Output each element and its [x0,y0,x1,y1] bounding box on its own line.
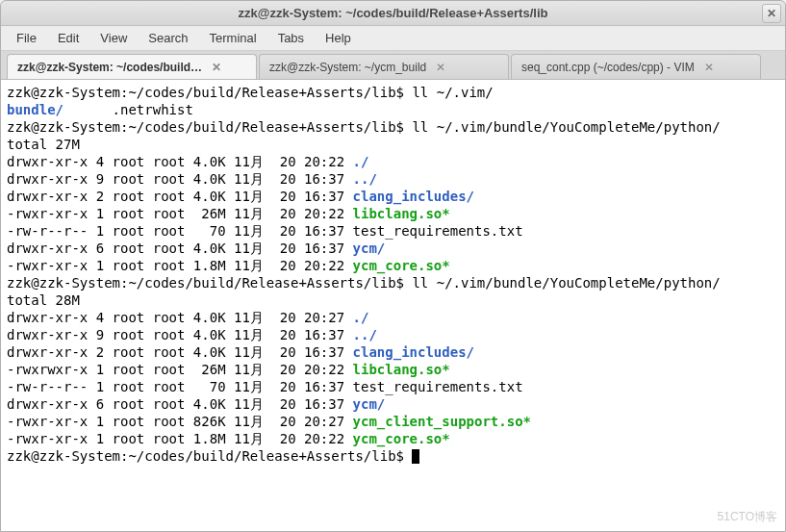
ls-row: drwxr-xr-x 9 root root 4.0K 11月 20 16:37… [7,326,779,343]
ls-row: drwxr-xr-x 6 root root 4.0K 11月 20 16:37… [7,240,779,257]
terminal-line: zzk@zzk-System:~/codes/build/Release+Ass… [7,274,779,291]
tab-3[interactable]: seq_cont.cpp (~/codes/cpp) - VIM ✕ [511,54,761,79]
tab-2[interactable]: zzk@zzk-System: ~/ycm_build ✕ [259,54,509,79]
terminal-output[interactable]: zzk@zzk-System:~/codes/build/Release+Ass… [1,80,785,531]
menu-search[interactable]: Search [139,28,197,48]
close-icon: ✕ [767,7,776,20]
menu-file[interactable]: File [7,28,46,48]
close-icon[interactable]: ✕ [210,61,223,74]
close-icon[interactable]: ✕ [434,61,447,74]
watermark: 51CTO博客 [718,508,777,525]
ls-row: drwxr-xr-x 2 root root 4.0K 11月 20 16:37… [7,343,779,361]
ls-row: -rwxr-xr-x 1 root root 1.8M 11月 20 20:22… [7,257,779,274]
executable-name: ycm_core.so* [353,258,450,273]
ls-row: -rw-r--r-- 1 root root 70 11月 20 16:37 t… [7,378,779,395]
titlebar: zzk@zzk-System: ~/codes/build/Release+As… [1,1,785,26]
menu-terminal[interactable]: Terminal [200,28,266,48]
file-name: test_requirements.txt [353,223,523,239]
ls-row: drwxr-xr-x 9 root root 4.0K 11月 20 16:37… [7,170,779,188]
terminal-line: total 28M [7,291,779,309]
tabbar: zzk@zzk-System: ~/codes/build… ✕ zzk@zzk… [1,51,785,80]
dir-name: bundle/ [7,102,63,117]
ls-row: -rwxrwxr-x 1 root root 26M 11月 20 20:22 … [7,361,779,378]
ls-row: drwxr-xr-x 2 root root 4.0K 11月 20 16:37… [7,188,779,205]
file-name: test_requirements.txt [353,379,523,394]
tab-title: zzk@zzk-System: ~/codes/build… [17,61,202,74]
dir-name: clang_includes/ [353,344,474,360]
dir-name: clang_includes/ [353,189,474,204]
ls-row: -rwxr-xr-x 1 root root 26M 11月 20 20:22 … [7,205,779,222]
dir-name: ./ [353,154,369,169]
ls-row: drwxr-xr-x 4 root root 4.0K 11月 20 20:27… [7,309,779,326]
terminal-line: zzk@zzk-System:~/codes/build/Release+Ass… [7,84,779,101]
terminal-line: zzk@zzk-System:~/codes/build/Release+Ass… [7,118,779,136]
dir-name: ./ [353,310,369,325]
ls-row: -rwxr-xr-x 1 root root 826K 11月 20 20:27… [7,413,779,430]
close-button[interactable]: ✕ [762,4,781,23]
terminal-window: zzk@zzk-System: ~/codes/build/Release+As… [0,0,786,532]
menu-edit[interactable]: Edit [48,28,89,48]
terminal-line: total 27M [7,136,779,153]
dir-name: ../ [353,171,377,187]
close-icon[interactable]: ✕ [702,61,716,74]
menu-help[interactable]: Help [316,28,361,48]
executable-name: libclang.so* [353,362,450,377]
executable-name: libclang.so* [353,206,450,221]
menu-tabs[interactable]: Tabs [268,28,314,48]
dir-name: ycm/ [353,241,386,256]
tab-1[interactable]: zzk@zzk-System: ~/codes/build… ✕ [7,54,257,79]
ls-row: drwxr-xr-x 4 root root 4.0K 11月 20 20:22… [7,153,779,170]
window-title: zzk@zzk-System: ~/codes/build/Release+As… [239,6,548,20]
dir-name: ../ [353,327,377,342]
ls-row: -rwxr-xr-x 1 root root 1.8M 11月 20 20:22… [7,430,779,447]
terminal-line: bundle/ .netrwhist [7,101,779,118]
menubar: File Edit View Search Terminal Tabs Help [1,26,785,51]
tab-title: seq_cont.cpp (~/codes/cpp) - VIM [521,61,695,74]
terminal-prompt[interactable]: zzk@zzk-System:~/codes/build/Release+Ass… [7,447,779,465]
dir-name: ycm/ [353,396,386,412]
cursor [412,449,419,464]
ls-row: -rw-r--r-- 1 root root 70 11月 20 16:37 t… [7,222,779,240]
menu-view[interactable]: View [90,28,137,48]
executable-name: ycm_core.so* [353,431,450,446]
executable-name: ycm_client_support.so* [353,414,531,429]
tab-title: zzk@zzk-System: ~/ycm_build [269,61,426,74]
ls-row: drwxr-xr-x 6 root root 4.0K 11月 20 16:37… [7,395,779,413]
